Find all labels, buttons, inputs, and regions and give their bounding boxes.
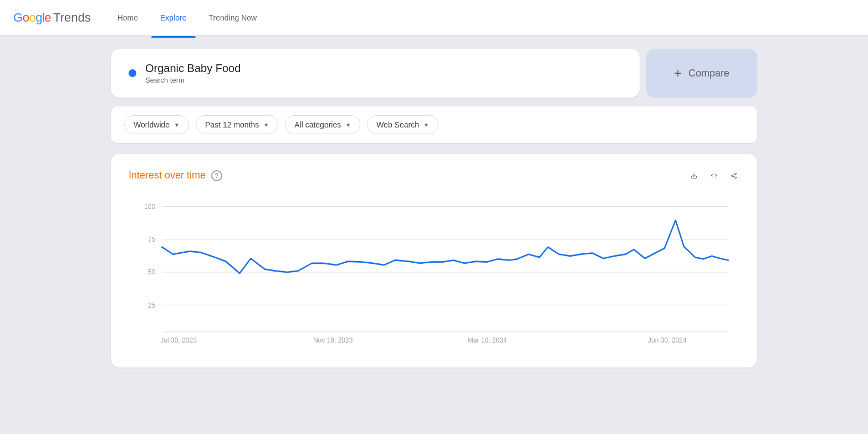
google-logo: Google <box>13 11 51 25</box>
location-filter-label: Worldwide <box>134 120 170 129</box>
time-range-dropdown-icon: ▼ <box>263 122 269 128</box>
svg-text:100: 100 <box>144 202 155 210</box>
filters-bar: Worldwide ▼ Past 12 months ▼ All categor… <box>111 106 757 143</box>
logo: Google Trends <box>13 11 91 25</box>
category-dropdown-icon: ▼ <box>345 122 351 128</box>
compare-plus-icon: + <box>674 65 682 81</box>
search-type-dropdown-icon: ▼ <box>423 122 429 128</box>
trends-logo-text: Trends <box>53 11 91 25</box>
svg-text:Nov 19, 2023: Nov 19, 2023 <box>313 336 353 344</box>
svg-line-4 <box>733 176 734 177</box>
nav-home[interactable]: Home <box>109 9 147 27</box>
svg-text:Mar 10, 2024: Mar 10, 2024 <box>468 336 507 344</box>
share-icon[interactable] <box>728 170 739 181</box>
chart-header: Interest over time ? <box>129 170 739 181</box>
main-content: Organic Baby Food Search term + Compare … <box>0 35 868 434</box>
svg-line-5 <box>733 174 734 175</box>
chart-container: 100 75 50 25 Jul 30, 2023 Nov 19, 2023 M… <box>129 195 739 352</box>
search-info: Organic Baby Food Search term <box>145 62 241 84</box>
svg-text:Jul 30, 2023: Jul 30, 2023 <box>160 336 197 344</box>
svg-text:25: 25 <box>148 301 155 309</box>
embed-icon[interactable] <box>708 170 719 181</box>
nav-trending-now[interactable]: Trending Now <box>200 9 266 27</box>
search-type-filter[interactable]: Web Search ▼ <box>367 115 438 134</box>
category-filter[interactable]: All categories ▼ <box>285 115 360 134</box>
location-filter[interactable]: Worldwide ▼ <box>124 115 189 134</box>
chart-card: Interest over time ? <box>111 154 757 367</box>
chart-title: Interest over time <box>129 170 206 181</box>
search-section: Organic Baby Food Search term + Compare <box>111 49 757 98</box>
download-icon[interactable] <box>688 170 699 181</box>
search-type-filter-label: Web Search <box>376 120 419 129</box>
time-range-filter-label: Past 12 months <box>205 120 259 129</box>
svg-text:50: 50 <box>148 268 155 276</box>
svg-text:Jun 30, 2024: Jun 30, 2024 <box>648 336 687 344</box>
compare-label: Compare <box>688 68 729 79</box>
svg-text:75: 75 <box>148 236 155 243</box>
location-dropdown-icon: ▼ <box>174 122 180 128</box>
search-card: Organic Baby Food Search term <box>111 49 640 98</box>
nav-explore[interactable]: Explore <box>151 9 195 27</box>
category-filter-label: All categories <box>294 120 341 129</box>
search-dot-indicator <box>129 69 136 77</box>
main-nav: Home Explore Trending Now <box>109 9 265 27</box>
search-type-label: Search term <box>145 76 241 84</box>
chart-title-group: Interest over time ? <box>129 170 222 181</box>
interest-over-time-chart: 100 75 50 25 Jul 30, 2023 Nov 19, 2023 M… <box>129 195 739 350</box>
search-term-label: Organic Baby Food <box>145 62 241 75</box>
time-range-filter[interactable]: Past 12 months ▼ <box>196 115 278 134</box>
compare-card[interactable]: + Compare <box>646 49 757 98</box>
header: Google Trends Home Explore Trending Now <box>0 0 868 35</box>
help-icon[interactable]: ? <box>211 170 222 181</box>
chart-actions <box>688 170 739 181</box>
